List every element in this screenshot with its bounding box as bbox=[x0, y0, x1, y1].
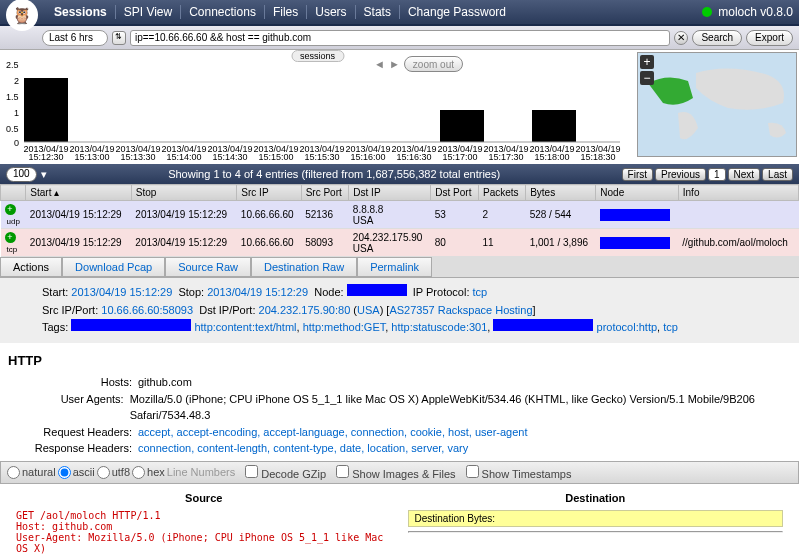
detail-dst[interactable]: 204.232.175.90:80 bbox=[259, 304, 351, 316]
svg-text:15:18:30: 15:18:30 bbox=[580, 152, 615, 162]
map-zoom-out-icon[interactable]: − bbox=[640, 71, 654, 85]
permalink-button[interactable]: Permalink bbox=[357, 257, 432, 277]
http-hosts[interactable]: github.com bbox=[138, 374, 192, 391]
top-nav: 🦉 Sessions SPI View Connections Files Us… bbox=[0, 0, 799, 26]
svg-text:15:15:00: 15:15:00 bbox=[258, 152, 293, 162]
decode-gzip-checkbox[interactable] bbox=[245, 465, 258, 478]
sort-asc-icon: ▴ bbox=[54, 187, 59, 198]
nav-stats[interactable]: Stats bbox=[356, 5, 399, 19]
destination-column: Destination Destination Bytes: bbox=[400, 492, 792, 555]
brand-label: moloch v0.8.0 bbox=[718, 5, 793, 19]
col-bytes[interactable]: Bytes bbox=[526, 185, 596, 201]
world-map[interactable]: + − bbox=[637, 52, 797, 157]
page-size-select[interactable]: 100 bbox=[6, 167, 37, 182]
sessions-chart[interactable]: sessions ◄ ► zoom out 2.521.510.50 2013/… bbox=[2, 52, 633, 162]
query-input[interactable] bbox=[130, 30, 670, 46]
nav-files[interactable]: Files bbox=[265, 5, 306, 19]
svg-text:0: 0 bbox=[14, 138, 19, 148]
detail-tag[interactable]: tcp bbox=[663, 321, 678, 333]
svg-text:0.5: 0.5 bbox=[6, 124, 19, 134]
show-timestamps-checkbox[interactable] bbox=[466, 465, 479, 478]
export-button[interactable]: Export bbox=[746, 30, 793, 46]
encoding-natural-radio[interactable] bbox=[7, 466, 20, 479]
expand-icon[interactable]: + bbox=[5, 204, 16, 215]
col-srcport[interactable]: Src Port bbox=[301, 185, 349, 201]
nav-spi[interactable]: SPI View bbox=[116, 5, 180, 19]
destination-bytes-label: Destination Bytes: bbox=[408, 510, 784, 527]
page-prev-button[interactable]: Previous bbox=[655, 168, 706, 181]
page-last-button[interactable]: Last bbox=[762, 168, 793, 181]
col-dstport[interactable]: Dst Port bbox=[431, 185, 479, 201]
node-redacted: x bbox=[347, 284, 407, 296]
detail-tag[interactable]: http:content:text/html bbox=[194, 321, 296, 333]
zoom-out-button[interactable]: zoom out bbox=[404, 56, 463, 72]
download-pcap-button[interactable]: Download Pcap bbox=[62, 257, 165, 277]
http-reqh[interactable]: accept, accept-encoding, accept-language… bbox=[138, 424, 528, 441]
detail-tag[interactable]: protocol:http bbox=[597, 321, 658, 333]
table-header-row: Start ▴ Stop Src IP Src Port Dst IP Dst … bbox=[1, 185, 799, 201]
detail-stop[interactable]: 2013/04/19 15:12:29 bbox=[207, 286, 308, 298]
svg-text:15:13:00: 15:13:00 bbox=[74, 152, 109, 162]
table-row[interactable]: +tcp 2013/04/19 15:12:292013/04/19 15:12… bbox=[1, 229, 799, 257]
http-resh[interactable]: connection, content-length, content-type… bbox=[138, 440, 468, 457]
map-zoom-in-icon[interactable]: + bbox=[640, 55, 654, 69]
line-numbers-label: Line Numbers bbox=[167, 466, 235, 478]
sessions-table: Start ▴ Stop Src IP Src Port Dst IP Dst … bbox=[0, 184, 799, 257]
detail-tag[interactable]: http:statuscode:301 bbox=[391, 321, 487, 333]
detail-ipproto[interactable]: tcp bbox=[473, 286, 488, 298]
encoding-hex-radio[interactable] bbox=[132, 466, 145, 479]
node-redacted: x bbox=[600, 209, 670, 221]
chart-title: sessions bbox=[291, 50, 344, 62]
nav-change-password[interactable]: Change Password bbox=[400, 5, 514, 19]
time-range-select[interactable]: Last 6 hrs bbox=[42, 30, 108, 46]
actions-button[interactable]: Actions bbox=[0, 257, 62, 277]
svg-rect-7 bbox=[440, 110, 484, 142]
show-images-checkbox[interactable] bbox=[336, 465, 349, 478]
pan-left-icon[interactable]: ◄ bbox=[374, 58, 385, 70]
encoding-ascii-radio[interactable] bbox=[58, 466, 71, 479]
query-bar: Last 6 hrs ⇅ ✕ Search Export bbox=[0, 26, 799, 50]
detail-start[interactable]: 2013/04/19 15:12:29 bbox=[71, 286, 172, 298]
detail-as[interactable]: AS27357 Rackspace Hosting bbox=[389, 304, 532, 316]
table-row[interactable]: +udp 2013/04/19 15:12:292013/04/19 15:12… bbox=[1, 201, 799, 229]
divider bbox=[408, 531, 784, 533]
page-first-button[interactable]: First bbox=[622, 168, 653, 181]
col-info[interactable]: Info bbox=[678, 185, 798, 201]
destination-raw-button[interactable]: Destination Raw bbox=[251, 257, 357, 277]
svg-text:15:17:00: 15:17:00 bbox=[442, 152, 477, 162]
tag-redacted: x bbox=[493, 319, 593, 331]
time-stepper-icon[interactable]: ⇅ bbox=[112, 31, 126, 45]
source-raw-button[interactable]: Source Raw bbox=[165, 257, 251, 277]
query-clear-icon[interactable]: ✕ bbox=[674, 31, 688, 45]
col-srcip[interactable]: Src IP bbox=[237, 185, 301, 201]
nav-sessions[interactable]: Sessions bbox=[46, 5, 115, 19]
expand-icon[interactable]: + bbox=[5, 232, 16, 243]
col-node[interactable]: Node bbox=[596, 185, 678, 201]
col-dstip[interactable]: Dst IP bbox=[349, 185, 431, 201]
svg-text:15:18:00: 15:18:00 bbox=[534, 152, 569, 162]
search-button[interactable]: Search bbox=[692, 30, 742, 46]
svg-text:15:16:00: 15:16:00 bbox=[350, 152, 385, 162]
detail-tag[interactable]: http:method:GET bbox=[303, 321, 386, 333]
col-packets[interactable]: Packets bbox=[479, 185, 526, 201]
svg-text:15:13:30: 15:13:30 bbox=[120, 152, 155, 162]
svg-text:15:15:30: 15:15:30 bbox=[304, 152, 339, 162]
page-number[interactable]: 1 bbox=[708, 168, 726, 181]
col-start[interactable]: Start ▴ bbox=[26, 185, 131, 201]
col-stop[interactable]: Stop bbox=[131, 185, 236, 201]
svg-text:15:12:30: 15:12:30 bbox=[28, 152, 63, 162]
detail-cc[interactable]: USA bbox=[357, 304, 380, 316]
results-summary: Showing 1 to 4 of 4 entries (filtered fr… bbox=[47, 168, 622, 180]
pan-right-icon[interactable]: ► bbox=[389, 58, 400, 70]
http-ua[interactable]: Mozilla/5.0 (iPhone; CPU iPhone OS 5_1_1… bbox=[130, 391, 791, 424]
nav-connections[interactable]: Connections bbox=[181, 5, 264, 19]
encoding-utf8-radio[interactable] bbox=[97, 466, 110, 479]
page-next-button[interactable]: Next bbox=[728, 168, 761, 181]
destination-header: Destination bbox=[408, 492, 784, 504]
http-section: HTTP Hosts:github.com User Agents:Mozill… bbox=[0, 343, 799, 461]
session-details: Start: 2013/04/19 15:12:29 Stop: 2013/04… bbox=[0, 278, 799, 343]
http-title: HTTP bbox=[8, 351, 791, 371]
detail-src[interactable]: 10.66.66.60:58093 bbox=[101, 304, 193, 316]
nav-users[interactable]: Users bbox=[307, 5, 354, 19]
payload-columns: Source GET /aol/moloch HTTP/1.1 Host: gi… bbox=[0, 484, 799, 555]
